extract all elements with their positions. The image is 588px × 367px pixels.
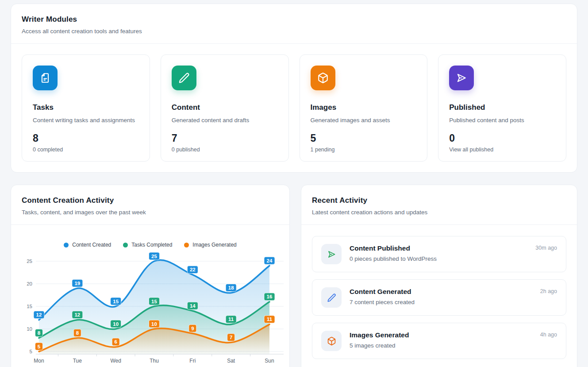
- svg-text:Mon: Mon: [34, 358, 44, 364]
- send-icon: [321, 244, 342, 264]
- file-icon: [33, 66, 58, 90]
- recent-activity-title: Recent Activity: [312, 196, 566, 205]
- module-sublabel: 0 published: [172, 147, 278, 153]
- svg-text:Fri: Fri: [189, 358, 196, 364]
- activity-item-content-generated[interactable]: Content Generated 7 content pieces creat…: [312, 279, 566, 316]
- module-count: 8: [33, 132, 139, 144]
- pencil-icon: [172, 66, 196, 90]
- module-sublabel: 0 completed: [33, 147, 139, 153]
- legend-label: Tasks Completed: [131, 242, 172, 248]
- chart-legend: Content Created Tasks Completed Images G…: [11, 241, 289, 248]
- legend-item-images-generated[interactable]: Images Generated: [184, 241, 236, 248]
- recent-activity-card: Recent Activity Latest content creation …: [301, 185, 577, 367]
- legend-dot-icon: [123, 243, 128, 247]
- line-chart-plot[interactable]: 510152025MonTueWedThuFriSatSun1219152522…: [11, 251, 289, 367]
- bottom-row: Content Creation Activity Tasks, content…: [11, 185, 577, 367]
- legend-item-tasks-completed[interactable]: Tasks Completed: [123, 241, 172, 248]
- activity-description: 7 content pieces created: [350, 299, 532, 305]
- svg-text:15: 15: [151, 299, 157, 304]
- module-card-images[interactable]: Images Generated images and assets 5 1 p…: [300, 54, 428, 162]
- activity-timestamp: 30m ago: [535, 244, 557, 251]
- svg-text:20: 20: [27, 281, 32, 286]
- svg-text:Sun: Sun: [265, 358, 274, 364]
- module-count: 0: [449, 132, 555, 144]
- legend-item-content-created[interactable]: Content Created: [64, 241, 111, 248]
- writer-modules-title: Writer Modules: [22, 15, 566, 24]
- svg-text:5: 5: [38, 344, 41, 349]
- module-description: Generated content and drafts: [172, 117, 278, 124]
- module-sublabel: 1 pending: [311, 147, 417, 153]
- svg-text:Sat: Sat: [227, 358, 235, 364]
- svg-text:10: 10: [27, 326, 32, 332]
- svg-text:12: 12: [74, 312, 80, 317]
- chart-card-header: Content Creation Activity Tasks, content…: [11, 185, 289, 225]
- svg-text:12: 12: [36, 312, 42, 317]
- cube-icon: [321, 331, 342, 351]
- svg-text:14: 14: [190, 303, 196, 309]
- module-count: 5: [311, 132, 417, 144]
- svg-text:5: 5: [30, 349, 32, 354]
- svg-text:10: 10: [113, 321, 119, 327]
- module-description: Content writing tasks and assignments: [33, 117, 139, 124]
- svg-text:16: 16: [267, 294, 273, 299]
- activity-timestamp: 4h ago: [540, 331, 557, 338]
- writer-modules-header: Writer Modules Access all content creati…: [11, 4, 577, 44]
- module-card-tasks[interactable]: Tasks Content writing tasks and assignme…: [22, 54, 150, 162]
- module-description: Published content and posts: [449, 117, 555, 124]
- activity-timestamp: 2h ago: [540, 287, 557, 294]
- svg-text:6: 6: [114, 339, 117, 344]
- legend-label: Images Generated: [192, 242, 236, 248]
- svg-text:9: 9: [191, 326, 194, 331]
- svg-text:15: 15: [113, 299, 119, 304]
- activity-description: 5 images created: [350, 342, 532, 349]
- module-sublabel: View all published: [449, 147, 555, 153]
- svg-text:8: 8: [38, 330, 41, 336]
- send-icon: [449, 66, 474, 90]
- activity-item-content-published[interactable]: Content Published 0 pieces published to …: [312, 236, 566, 272]
- legend-label: Content Created: [72, 242, 111, 248]
- writer-modules-card: Writer Modules Access all content creati…: [11, 4, 577, 173]
- module-card-content[interactable]: Content Generated content and drafts 7 0…: [161, 54, 289, 162]
- activity-list: Content Published 0 pieces published to …: [301, 225, 577, 367]
- recent-activity-subtitle: Latest content creation actions and upda…: [312, 209, 566, 216]
- module-card-published[interactable]: Published Published content and posts 0 …: [438, 54, 566, 162]
- legend-dot-icon: [184, 243, 189, 247]
- module-title: Images: [311, 103, 417, 112]
- module-title: Tasks: [33, 103, 139, 112]
- svg-text:15: 15: [27, 304, 32, 309]
- svg-text:11: 11: [228, 317, 234, 322]
- svg-text:18: 18: [228, 285, 234, 290]
- svg-text:Tue: Tue: [73, 358, 82, 364]
- svg-text:8: 8: [76, 330, 79, 336]
- chart-card-title: Content Creation Activity: [22, 196, 279, 205]
- activity-line-chart: 510152025MonTueWedThuFriSatSun1219152522…: [11, 251, 290, 367]
- svg-text:7: 7: [230, 335, 232, 340]
- module-title: Content: [172, 103, 278, 112]
- module-count: 7: [172, 132, 278, 144]
- content-creation-activity-card: Content Creation Activity Tasks, content…: [11, 185, 290, 367]
- svg-text:10: 10: [151, 321, 157, 327]
- svg-text:11: 11: [267, 317, 273, 322]
- activity-title: Content Generated: [350, 288, 532, 296]
- svg-text:Thu: Thu: [150, 358, 159, 364]
- module-title: Published: [449, 103, 555, 112]
- svg-text:24: 24: [267, 258, 273, 263]
- svg-text:22: 22: [190, 267, 196, 272]
- legend-dot-icon: [64, 243, 69, 247]
- chart-card-subtitle: Tasks, content, and images over the past…: [22, 209, 279, 216]
- svg-text:25: 25: [151, 254, 157, 259]
- modules-grid: Tasks Content writing tasks and assignme…: [11, 44, 577, 172]
- activity-item-images-generated[interactable]: Images Generated 5 images created 4h ago: [312, 323, 566, 359]
- activity-description: 0 pieces published to WordPress: [350, 255, 527, 262]
- svg-text:25: 25: [27, 259, 32, 264]
- chart-body: Content Created Tasks Completed Images G…: [11, 225, 289, 367]
- svg-text:Wed: Wed: [110, 358, 121, 364]
- module-description: Generated images and assets: [311, 117, 417, 124]
- activity-title: Images Generated: [350, 331, 532, 339]
- recent-activity-header: Recent Activity Latest content creation …: [301, 185, 577, 225]
- pencil-icon: [321, 287, 342, 308]
- svg-text:19: 19: [74, 281, 80, 286]
- cube-icon: [311, 66, 335, 90]
- activity-title: Content Published: [350, 244, 527, 252]
- writer-modules-subtitle: Access all content creation tools and fe…: [22, 28, 566, 35]
